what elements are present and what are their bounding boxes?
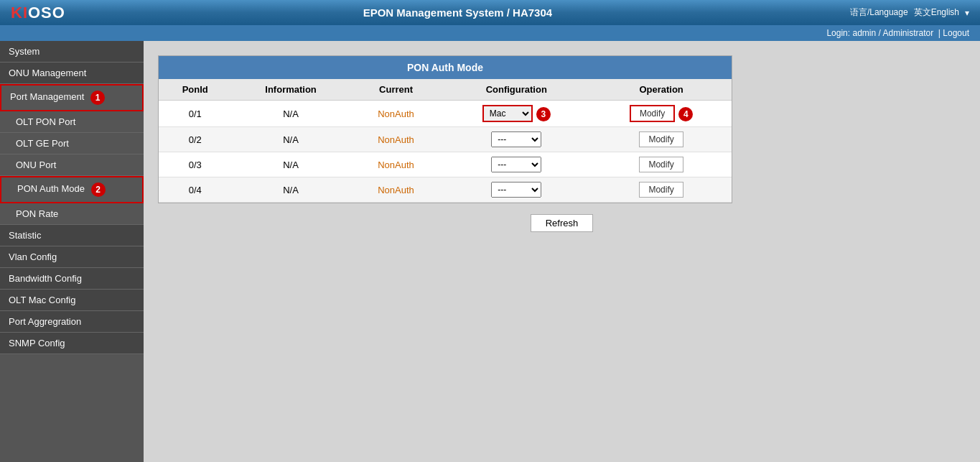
cell-information: N/A <box>231 152 350 177</box>
sidebar-item-label: Vlan Config <box>9 251 57 262</box>
language-value[interactable]: 英文English <box>914 6 959 19</box>
logo: KIOSO <box>11 4 65 22</box>
table-row: 0/1N/ANonAuthMac---3Modify4 <box>159 101 732 127</box>
config-select[interactable]: Mac--- <box>482 105 533 122</box>
table-row: 0/3N/ANonAuthMac---Modify <box>159 152 732 177</box>
sidebar-item-label: SNMP Config <box>9 338 65 348</box>
sidebar-item-port-aggregation[interactable]: Port Aggregration <box>0 311 144 333</box>
badge-3: 3 <box>536 107 551 121</box>
cell-operation: Modify <box>591 127 732 152</box>
sidebar-item-olt-mac-config[interactable]: OLT Mac Config <box>0 290 144 311</box>
sidebar-item-label: Port Management <box>10 91 84 102</box>
main-layout: System ONU Management Port Management 1 … <box>0 41 980 462</box>
sidebar-item-label: Bandwidth Config <box>9 273 82 284</box>
refresh-button[interactable]: Refresh <box>531 214 594 232</box>
cell-ponid: 0/1 <box>159 101 231 127</box>
sidebar-item-statistic[interactable]: Statistic <box>0 225 144 246</box>
cell-configuration: Mac--- <box>442 152 591 177</box>
cell-ponid: 0/2 <box>159 127 231 152</box>
sidebar-item-label: OLT Mac Config <box>9 295 75 305</box>
cell-current: NonAuth <box>350 177 442 203</box>
sidebar-item-bandwidth-config[interactable]: Bandwidth Config <box>0 268 144 290</box>
cell-configuration: Mac--- <box>442 177 591 203</box>
header-top: KIOSO EPON Management System / HA7304 语言… <box>0 0 980 25</box>
table-header-row: PonId Information Current Configuration … <box>159 79 732 101</box>
cell-information: N/A <box>231 101 350 127</box>
col-operation: Operation <box>591 79 732 101</box>
table-row: 0/4N/ANonAuthMac---Modify <box>159 177 732 203</box>
language-label: 语言/Language <box>850 6 908 19</box>
col-current: Current <box>350 79 442 101</box>
cell-current: NonAuth <box>350 127 442 152</box>
badge-2: 2 <box>91 183 106 197</box>
modify-button[interactable]: Modify <box>639 131 683 147</box>
sidebar-item-pon-auth-mode[interactable]: PON Auth Mode 2 <box>0 176 144 203</box>
modify-button[interactable]: Modify <box>639 157 683 172</box>
sidebar-item-onu-port[interactable]: ONU Port <box>0 154 144 176</box>
sidebar-item-vlan-config[interactable]: Vlan Config <box>0 246 144 268</box>
col-ponid: PonId <box>159 79 231 101</box>
sidebar-item-onu-management[interactable]: ONU Management <box>0 63 144 84</box>
refresh-area: Refresh <box>158 214 966 232</box>
logout-link[interactable]: | Logout <box>938 28 969 38</box>
page-title: EPON Management System / HA7304 <box>65 6 850 19</box>
table-row: 0/2N/ANonAuthMac---Modify <box>159 127 732 152</box>
sidebar-item-olt-pon-port[interactable]: OLT PON Port <box>0 111 144 133</box>
cell-operation: Modify4 <box>591 101 732 127</box>
cell-operation: Modify <box>591 177 732 203</box>
cell-configuration: Mac--- <box>442 127 591 152</box>
sidebar-item-olt-ge-port[interactable]: OLT GE Port <box>0 133 144 154</box>
sidebar-item-label: Port Aggregration <box>9 316 81 327</box>
language-selector[interactable]: 语言/Language 英文English ▾ <box>850 6 969 19</box>
chevron-down-icon: ▾ <box>965 8 969 18</box>
config-select[interactable]: Mac--- <box>491 131 541 147</box>
sidebar: System ONU Management Port Management 1 … <box>0 41 144 462</box>
sidebar-item-label: System <box>9 46 39 57</box>
cell-operation: Modify <box>591 152 732 177</box>
logo-text: KIOSO <box>11 4 65 22</box>
cell-current: NonAuth <box>350 152 442 177</box>
sidebar-item-system[interactable]: System <box>0 41 144 63</box>
content-area: PON Auth Mode PonId Information Current … <box>144 41 980 462</box>
sidebar-item-snmp-config[interactable]: SNMP Config <box>0 333 144 354</box>
sidebar-item-port-management[interactable]: Port Management 1 <box>0 84 144 111</box>
sidebar-item-label: ONU Port <box>16 160 56 170</box>
config-select[interactable]: Mac--- <box>491 182 541 198</box>
config-select[interactable]: Mac--- <box>491 157 541 172</box>
col-configuration: Configuration <box>442 79 591 101</box>
col-information: Information <box>231 79 350 101</box>
sidebar-item-label: Statistic <box>9 230 42 241</box>
pon-auth-mode-table: PonId Information Current Configuration … <box>159 79 732 203</box>
cell-ponid: 0/4 <box>159 177 231 203</box>
header-bottom: Login: admin / Administrator | Logout <box>0 25 980 41</box>
sidebar-item-label: OLT GE Port <box>16 138 69 149</box>
table-title: PON Auth Mode <box>159 56 732 79</box>
login-info: Login: admin / Administrator <box>826 28 933 38</box>
badge-4: 4 <box>678 107 693 121</box>
cell-current: NonAuth <box>350 101 442 127</box>
sidebar-item-label: OLT PON Port <box>16 116 75 127</box>
cell-information: N/A <box>231 177 350 203</box>
cell-configuration: Mac---3 <box>442 101 591 127</box>
pon-auth-mode-table-container: PON Auth Mode PonId Information Current … <box>158 55 732 203</box>
sidebar-item-pon-rate[interactable]: PON Rate <box>0 203 144 225</box>
cell-ponid: 0/3 <box>159 152 231 177</box>
cell-information: N/A <box>231 127 350 152</box>
sidebar-item-label: PON Auth Mode <box>17 183 85 194</box>
modify-button[interactable]: Modify <box>630 105 675 122</box>
sidebar-item-label: ONU Management <box>9 68 86 78</box>
sidebar-item-label: PON Rate <box>16 208 58 219</box>
badge-1: 1 <box>90 91 105 105</box>
modify-button[interactable]: Modify <box>639 182 683 198</box>
